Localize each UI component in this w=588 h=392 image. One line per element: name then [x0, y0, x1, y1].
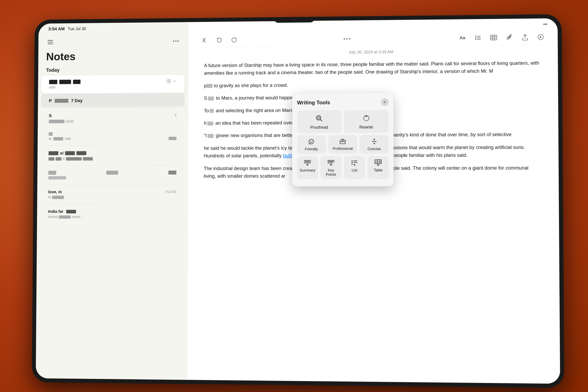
svg-rect-15 [477, 38, 480, 38]
summary-button[interactable]: Summary [297, 156, 318, 179]
svg-rect-42 [353, 160, 357, 161]
notes-title: Notes [38, 48, 188, 66]
svg-point-40 [352, 162, 352, 163]
proofread-button[interactable]: Proofread [297, 110, 342, 133]
svg-point-9 [174, 81, 175, 82]
note-meta-4: ... [174, 132, 176, 135]
note-title-2: P 7 Day [49, 98, 82, 103]
key-points-button[interactable]: Key Points [320, 156, 342, 179]
note-preview-6 [48, 175, 176, 180]
svg-point-12 [475, 37, 476, 38]
notes-section-today: Today [38, 65, 188, 75]
svg-rect-1 [48, 42, 53, 42]
rewrite-icon [362, 114, 370, 123]
svg-point-5 [178, 40, 178, 42]
note-item-7[interactable]: love, in 7/17/24 N [40, 186, 184, 203]
note-title-1 [49, 80, 80, 84]
attachment-icon[interactable] [505, 33, 514, 42]
note-title-8: India far [48, 209, 76, 214]
concise-icon [371, 138, 377, 145]
svg-point-22 [538, 34, 543, 40]
concise-label: Concise [368, 147, 381, 151]
svg-point-11 [475, 36, 476, 36]
back-arrow-icon[interactable] [200, 36, 209, 45]
note-toolbar-left [200, 36, 238, 45]
sidebar-toggle-icon[interactable] [46, 38, 54, 46]
note-preview-3: Qual ... [49, 118, 176, 124]
table-icon[interactable] [489, 33, 498, 42]
svg-rect-34 [304, 162, 311, 162]
note-title-7: love, in [48, 190, 62, 194]
built-link[interactable]: built [283, 153, 292, 158]
status-left: 3:54 AM Tue Jul 30 [48, 26, 86, 32]
notes-panel: Notes Today with [36, 22, 188, 380]
svg-rect-14 [477, 36, 480, 36]
popup-format-row: Summary Key Points [297, 156, 389, 179]
popup-close-button[interactable]: × [381, 98, 388, 106]
svg-line-24 [320, 119, 322, 121]
svg-point-41 [352, 164, 352, 165]
list-icon [351, 160, 358, 167]
note-item-4[interactable]: ... to nde [41, 128, 184, 145]
tablet-frame: 3:54 AM Tue Jul 30 ▪▪▪ [32, 14, 564, 388]
list-format-icon[interactable] [473, 33, 482, 42]
note-preview-1: with [49, 84, 176, 90]
note-item-6[interactable] [40, 166, 184, 184]
svg-rect-37 [328, 162, 334, 162]
svg-rect-16 [477, 39, 480, 40]
undo-icon[interactable] [215, 36, 224, 44]
share-icon[interactable] [520, 33, 529, 42]
note-item-3[interactable]: S 2 Qual ... [41, 108, 184, 128]
svg-point-3 [173, 40, 174, 42]
note-item-5[interactable]: vi 4 ... [40, 146, 184, 165]
proofread-label: Proofread [310, 125, 328, 130]
key-points-label: Key Points [323, 168, 339, 177]
note-toolbar-right: Aa [458, 32, 545, 42]
status-date: Tue Jul 30 [68, 26, 86, 31]
writing-tools-icon[interactable] [536, 32, 545, 42]
professional-label: Professional [332, 147, 352, 151]
divider-1 [46, 108, 180, 108]
notes-toolbar [38, 33, 188, 49]
redo-icon[interactable] [230, 36, 238, 44]
note-paragraph-1: A future version of Starship may have a … [204, 59, 541, 77]
divider-4 [45, 185, 180, 185]
popup-title: Writing Tools [297, 99, 330, 106]
divider-5 [45, 204, 180, 204]
more-options-icon[interactable] [172, 37, 180, 45]
note-preview-5: 4 ... [48, 156, 176, 161]
list-button[interactable]: List [344, 156, 365, 179]
svg-rect-36 [328, 160, 334, 161]
proofread-icon [316, 115, 323, 123]
note-meta-7: 7/17/24 [165, 190, 176, 194]
svg-rect-35 [304, 163, 311, 163]
note-title-4 [48, 132, 52, 136]
svg-point-31 [374, 143, 374, 144]
concise-button[interactable]: Concise [360, 135, 388, 154]
note-item-2[interactable]: P 7 Day [41, 94, 184, 108]
professional-button[interactable]: Professional [328, 135, 357, 154]
wifi-icon: ▪▪▪ [543, 22, 547, 26]
note-paragraph-2: p to gravity as she plays for a crowd. [204, 80, 542, 90]
svg-rect-0 [48, 40, 53, 41]
note-item-8[interactable]: India far lcohol ment... [40, 205, 184, 223]
note-item-1[interactable]: with [41, 75, 185, 94]
popup-header: Writing Tools × [297, 98, 388, 106]
rewrite-button[interactable]: Rewrite [344, 110, 388, 133]
table-button[interactable]: Table [367, 156, 388, 179]
svg-rect-44 [375, 160, 381, 164]
rewrite-label: Rewrite [359, 125, 373, 130]
note-preview-4: to nde [48, 136, 176, 141]
camera-dot [293, 19, 295, 21]
note-meta-3: 2 [174, 113, 176, 117]
camera-bar [274, 17, 314, 23]
table-label: Table [374, 168, 382, 172]
divider-3 [45, 166, 180, 166]
summary-label: Summary [300, 168, 315, 172]
svg-rect-43 [353, 162, 357, 163]
font-icon[interactable]: Aa [458, 33, 467, 42]
key-points-icon [327, 160, 335, 167]
status-time: 3:54 AM [48, 26, 64, 32]
friendly-button[interactable]: Friendly [297, 135, 326, 154]
svg-rect-2 [48, 44, 53, 44]
